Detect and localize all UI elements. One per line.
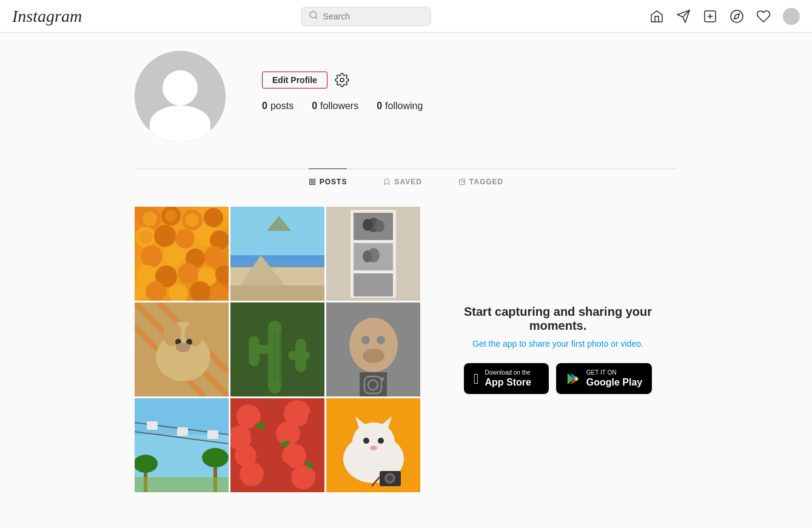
svg-point-22 bbox=[186, 213, 199, 227]
svg-rect-11 bbox=[313, 179, 315, 182]
svg-point-23 bbox=[204, 208, 223, 227]
svg-point-25 bbox=[139, 230, 152, 244]
followers-count: 0 bbox=[312, 101, 317, 112]
svg-point-56 bbox=[375, 220, 384, 232]
app-store-top-label: Download on the bbox=[485, 369, 531, 376]
svg-point-69 bbox=[176, 343, 190, 352]
profile-tabs: POSTS SAVED TAGGED bbox=[135, 169, 677, 195]
svg-point-126 bbox=[378, 438, 384, 444]
add-post-icon[interactable] bbox=[703, 9, 717, 24]
svg-marker-8 bbox=[734, 13, 739, 18]
svg-point-26 bbox=[154, 225, 176, 247]
instagram-logo: Instagram bbox=[12, 7, 82, 26]
svg-point-15 bbox=[460, 181, 461, 182]
svg-rect-95 bbox=[207, 430, 218, 439]
svg-rect-43 bbox=[230, 207, 324, 261]
svg-rect-10 bbox=[309, 179, 312, 182]
svg-point-42 bbox=[210, 285, 229, 301]
photo-cell-4[interactable] bbox=[135, 302, 229, 396]
grid-icon bbox=[309, 178, 316, 185]
tab-saved[interactable]: SAVED bbox=[383, 169, 421, 195]
svg-point-125 bbox=[363, 438, 369, 444]
svg-point-81 bbox=[349, 318, 398, 372]
svg-point-0 bbox=[310, 12, 317, 18]
svg-point-114 bbox=[240, 462, 264, 486]
svg-point-36 bbox=[178, 263, 198, 284]
svg-point-99 bbox=[202, 448, 229, 467]
profile-avatar[interactable] bbox=[135, 51, 226, 142]
svg-rect-94 bbox=[177, 427, 188, 436]
posts-count: 0 bbox=[262, 101, 267, 112]
svg-marker-132 bbox=[568, 373, 574, 384]
apple-icon:  bbox=[474, 370, 479, 387]
photo-cell-9[interactable] bbox=[326, 398, 420, 492]
header: Instagram bbox=[0, 0, 812, 33]
bookmark-icon bbox=[383, 178, 391, 185]
svg-point-38 bbox=[215, 266, 229, 284]
svg-point-9 bbox=[340, 78, 344, 82]
search-input[interactable] bbox=[323, 12, 423, 21]
svg-rect-100 bbox=[135, 477, 229, 492]
followers-stat[interactable]: 0 followers bbox=[312, 101, 358, 112]
profile-stats: 0 posts 0 followers 0 following bbox=[262, 101, 677, 112]
header-nav bbox=[649, 8, 800, 25]
svg-point-88 bbox=[381, 377, 384, 381]
profile-container: Edit Profile 0 posts 0 followers bbox=[122, 33, 690, 195]
posts-label: posts bbox=[270, 101, 294, 112]
explore-icon[interactable] bbox=[730, 9, 744, 24]
profile-info: Edit Profile 0 posts 0 followers bbox=[262, 72, 677, 121]
promo-subtitle: Get the app to share your first photo or… bbox=[472, 339, 643, 349]
svg-point-31 bbox=[164, 245, 184, 266]
search-bar[interactable] bbox=[301, 7, 431, 26]
svg-rect-45 bbox=[230, 255, 324, 267]
photo-cell-7[interactable] bbox=[135, 398, 229, 492]
promo-section: Start capturing and sharing your moments… bbox=[438, 207, 677, 492]
photo-cell-5[interactable] bbox=[230, 302, 324, 396]
svg-point-83 bbox=[377, 336, 385, 344]
tab-saved-label: SAVED bbox=[394, 178, 421, 186]
svg-point-7 bbox=[731, 10, 743, 22]
svg-point-84 bbox=[363, 349, 384, 363]
svg-point-103 bbox=[262, 399, 284, 421]
svg-point-18 bbox=[143, 212, 157, 226]
photo-cell-6[interactable] bbox=[326, 302, 420, 396]
tab-posts[interactable]: POSTS bbox=[309, 169, 347, 195]
profile-avatar-nav[interactable] bbox=[783, 8, 800, 25]
profile-actions: Edit Profile bbox=[262, 72, 677, 89]
following-stat[interactable]: 0 following bbox=[377, 101, 423, 112]
svg-line-1 bbox=[315, 17, 317, 19]
svg-point-58 bbox=[363, 250, 372, 262]
svg-point-30 bbox=[141, 246, 163, 267]
posts-stat[interactable]: 0 posts bbox=[262, 101, 294, 112]
following-label: following bbox=[385, 101, 423, 112]
svg-rect-93 bbox=[147, 421, 158, 430]
tab-tagged[interactable]: TAGGED bbox=[458, 169, 503, 195]
google-play-button[interactable]: GET IT ON Google Play bbox=[556, 363, 652, 394]
svg-point-130 bbox=[387, 475, 393, 481]
svg-rect-13 bbox=[313, 182, 315, 185]
svg-point-55 bbox=[363, 219, 372, 231]
photo-grid bbox=[135, 207, 420, 492]
tab-posts-label: POSTS bbox=[320, 178, 347, 186]
svg-rect-53 bbox=[354, 273, 393, 296]
app-store-main-label: App Store bbox=[485, 376, 531, 388]
svg-point-127 bbox=[370, 446, 377, 450]
svg-point-27 bbox=[175, 229, 195, 249]
search-icon bbox=[309, 10, 318, 22]
photo-cell-2[interactable] bbox=[230, 207, 324, 301]
content-area: Start capturing and sharing your moments… bbox=[122, 195, 690, 492]
svg-point-20 bbox=[165, 210, 177, 222]
edit-profile-button[interactable]: Edit Profile bbox=[262, 72, 327, 89]
home-icon[interactable] bbox=[649, 9, 664, 24]
photo-cell-1[interactable] bbox=[135, 207, 229, 301]
promo-title: Start capturing and sharing your moments… bbox=[451, 305, 665, 333]
app-store-button[interactable]:  Download on the App Store bbox=[464, 363, 549, 394]
profile-header: Edit Profile 0 posts 0 followers bbox=[135, 51, 677, 142]
send-icon[interactable] bbox=[676, 9, 691, 24]
following-count: 0 bbox=[377, 101, 382, 112]
photo-cell-3[interactable] bbox=[326, 207, 420, 301]
activity-icon[interactable] bbox=[756, 9, 771, 24]
settings-icon[interactable] bbox=[335, 73, 349, 87]
svg-point-34 bbox=[137, 265, 156, 284]
photo-cell-8[interactable] bbox=[230, 398, 324, 492]
